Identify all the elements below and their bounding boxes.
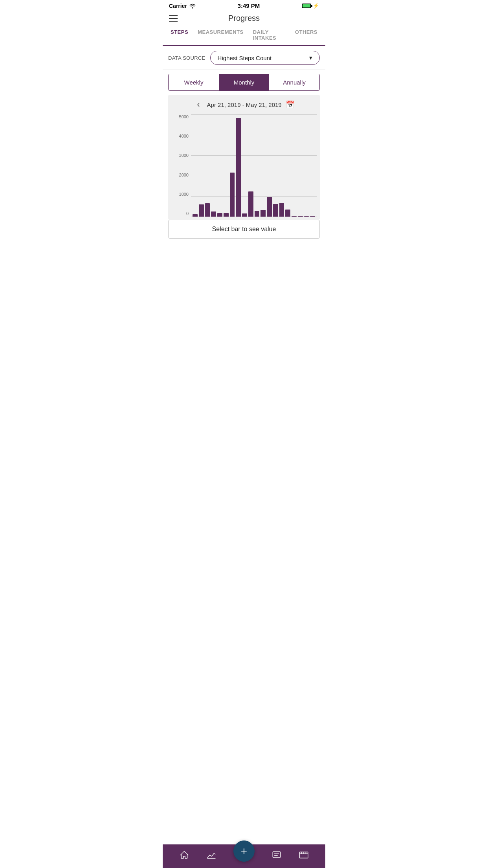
period-annually[interactable]: Annually [269, 74, 319, 90]
bar-day18[interactable] [298, 216, 303, 217]
tab-others[interactable]: OTHERS [290, 25, 322, 45]
y-label-3000: 3000 [171, 153, 191, 158]
bar-day3[interactable] [205, 203, 210, 217]
y-label-4000: 4000 [171, 134, 191, 138]
bar-day15[interactable] [279, 203, 284, 217]
bar-day13[interactable] [267, 197, 272, 217]
tab-daily-intakes[interactable]: DAILY INTAKES [248, 25, 290, 45]
carrier-label: Carrier [169, 3, 187, 9]
data-source-selected: Highest Steps Count [218, 55, 272, 61]
tab-measurements[interactable]: MEASUREMENTS [193, 25, 248, 45]
page-title: Progress [228, 14, 260, 23]
chart-header: ‹ Apr 21, 2019 - May 21, 2019 📅 [171, 99, 317, 110]
period-toggle: Weekly Monthly Annually [168, 74, 320, 91]
charging-icon: ⚡ [313, 3, 319, 9]
y-axis: 5000 4000 3000 2000 1000 0 [171, 114, 191, 217]
chart-prev-button[interactable]: ‹ [194, 99, 203, 110]
data-source-row: DATA SOURCE Highest Steps Count ▾ [163, 46, 325, 70]
y-label-0: 0 [171, 211, 191, 216]
bar-day12[interactable] [261, 210, 266, 217]
tab-steps[interactable]: STEPS [166, 25, 193, 46]
status-time: 3:49 PM [238, 2, 260, 9]
bars-area [191, 114, 317, 217]
status-bar: Carrier 3:49 PM ⚡ [163, 0, 325, 11]
battery-icon [302, 4, 311, 8]
bar-day11[interactable] [255, 211, 260, 217]
bar-day4[interactable] [211, 211, 216, 217]
header: Progress [163, 11, 325, 25]
bar-chart: 5000 4000 3000 2000 1000 0 [171, 114, 317, 217]
tab-navigation: STEPS MEASUREMENTS DAILY INTAKES OTHERS [163, 25, 325, 46]
bar-day10[interactable] [248, 191, 253, 217]
bar-day19[interactable] [304, 216, 309, 217]
chart-container: ‹ Apr 21, 2019 - May 21, 2019 📅 5000 400… [168, 95, 320, 220]
bar-day2[interactable] [199, 204, 204, 217]
status-right: ⚡ [302, 3, 319, 9]
bar-day14[interactable] [273, 204, 278, 217]
bar-day17[interactable] [292, 216, 297, 217]
bar-day16[interactable] [285, 210, 290, 217]
y-label-5000: 5000 [171, 114, 191, 119]
bar-day5[interactable] [217, 213, 222, 217]
select-hint: Select bar to see value [168, 220, 320, 239]
bar-day8[interactable] [236, 118, 241, 217]
bar-day20[interactable] [310, 216, 315, 217]
menu-button[interactable] [169, 15, 178, 22]
chart-date-range: Apr 21, 2019 - May 21, 2019 [207, 101, 282, 108]
bar-day6[interactable] [224, 213, 229, 217]
data-source-label: DATA SOURCE [168, 55, 205, 61]
period-weekly[interactable]: Weekly [169, 74, 219, 90]
period-monthly[interactable]: Monthly [219, 74, 269, 90]
bar-day1[interactable] [193, 214, 198, 217]
chevron-down-icon: ▾ [309, 54, 312, 61]
wifi-icon [189, 3, 196, 9]
y-label-1000: 1000 [171, 192, 191, 197]
bar-day7[interactable] [230, 173, 235, 217]
bar-day9[interactable] [242, 213, 247, 217]
calendar-icon[interactable]: 📅 [286, 100, 294, 109]
y-label-2000: 2000 [171, 173, 191, 177]
data-source-dropdown[interactable]: Highest Steps Count ▾ [210, 51, 320, 65]
status-left: Carrier [169, 3, 196, 9]
